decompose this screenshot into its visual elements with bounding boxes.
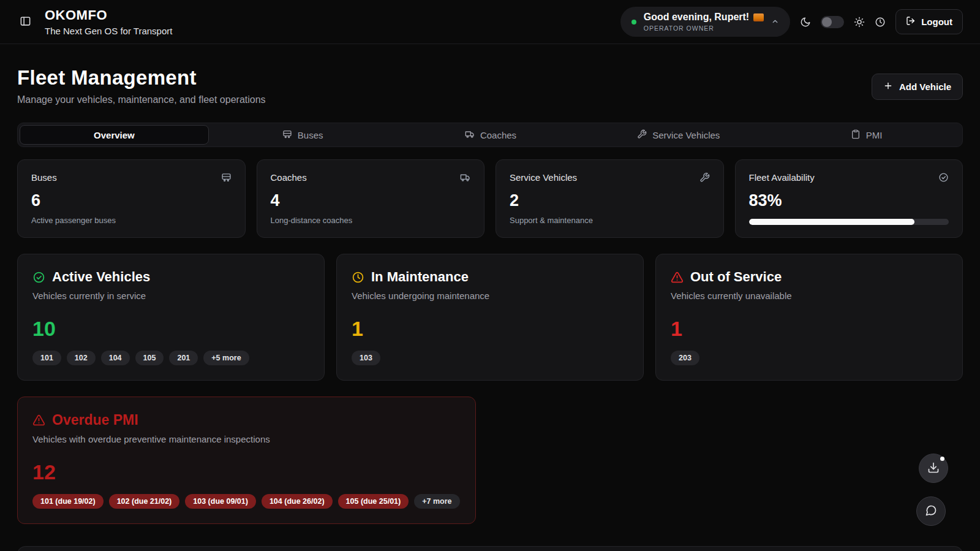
overdue-vehicle-chip[interactable]: 102 (due 21/02)	[109, 494, 180, 509]
vehicle-chip[interactable]: 201	[169, 351, 198, 365]
in-maintenance-card: In Maintenance Vehicles undergoing maint…	[336, 254, 644, 381]
vehicle-chip[interactable]: 103	[352, 351, 380, 365]
chat-fab-button[interactable]	[916, 496, 946, 526]
page-heading: Fleet Management Manage your vehicles, m…	[17, 66, 266, 105]
clock-icon[interactable]	[875, 17, 886, 28]
stat-card-caption: Long-distance coaches	[271, 216, 471, 225]
sidebar-toggle-button[interactable]	[17, 13, 34, 31]
logout-button[interactable]: Logout	[895, 9, 963, 34]
stat-card-title: Buses	[31, 172, 57, 183]
download-fab-button[interactable]	[919, 454, 948, 483]
tab-service-vehicles[interactable]: Service Vehicles	[584, 125, 772, 145]
alert-triangle-icon	[32, 414, 45, 427]
user-role-label: OPERATOR OWNER	[644, 25, 764, 32]
overdue-pmi-title: Overdue PMI	[52, 412, 138, 428]
overdue-vehicle-chip[interactable]: 105 (due 25/01)	[338, 494, 409, 509]
online-status-dot	[631, 20, 636, 25]
vehicle-chip[interactable]: 105	[135, 351, 164, 365]
page-subtitle: Manage your vehicles, maintenance, and f…	[17, 94, 266, 105]
wrench-icon	[699, 172, 710, 183]
greeting-text: Good evening, Rupert!	[644, 12, 749, 23]
coach-icon	[465, 129, 475, 141]
availability-progress-track	[749, 219, 949, 225]
next-section-peek	[17, 546, 963, 551]
vehicle-chip[interactable]: 102	[67, 351, 96, 365]
notification-dot	[940, 457, 944, 461]
add-vehicle-label: Add Vehicle	[899, 82, 951, 92]
greeting-flag-emoji	[753, 13, 764, 21]
vehicle-chip[interactable]: 203	[671, 351, 699, 365]
stat-card-value: 83%	[749, 191, 949, 210]
panel-left-icon	[20, 15, 31, 29]
brand-name: OKOMFO	[45, 7, 172, 23]
user-texts: Good evening, Rupert! OPERATOR OWNER	[644, 12, 764, 32]
stat-card-fleet-availability: Fleet Availability 83%	[735, 159, 963, 238]
overdue-vehicle-chip[interactable]: 101 (due 19/02)	[32, 494, 104, 509]
stat-card-value: 2	[510, 191, 710, 210]
stat-card-value: 6	[31, 191, 232, 210]
status-row: Active Vehicles Vehicles currently in se…	[17, 254, 963, 381]
moon-icon[interactable]	[800, 17, 811, 28]
logout-icon	[906, 16, 916, 28]
stat-card-coaches: Coaches 4 Long-distance coaches	[257, 159, 485, 238]
status-card-count: 1	[352, 317, 628, 341]
out-of-service-card: Out of Service Vehicles currently unavai…	[655, 254, 963, 381]
page-title: Fleet Management	[17, 66, 266, 89]
overdue-pmi-count: 12	[32, 460, 461, 484]
vehicle-chip[interactable]: 101	[32, 351, 61, 365]
overdue-pmi-card: Overdue PMI Vehicles with overdue preven…	[17, 397, 476, 524]
status-card-count: 1	[671, 317, 948, 341]
top-header: OKOMFO The Next Gen OS for Transport Goo…	[0, 0, 980, 44]
vehicle-chip[interactable]: 104	[101, 351, 130, 365]
status-card-title: In Maintenance	[371, 269, 469, 285]
add-vehicle-button[interactable]: Add Vehicle	[872, 74, 963, 100]
stat-card-service-vehicles: Service Vehicles 2 Support & maintenance	[496, 159, 724, 238]
brand-tagline: The Next Gen OS for Transport	[45, 26, 172, 36]
stat-card-buses: Buses 6 Active passenger buses	[17, 159, 246, 238]
tab-pmi[interactable]: PMI	[772, 125, 960, 145]
tab-bar: Overview Buses Coaches Service Vehicles …	[17, 123, 963, 147]
tab-buses[interactable]: Buses	[209, 125, 397, 145]
status-card-subtitle: Vehicles currently in service	[32, 291, 309, 301]
clock-icon	[352, 271, 364, 284]
tab-pmi-label: PMI	[866, 130, 883, 140]
clipboard-icon	[851, 129, 861, 141]
stat-card-caption: Active passenger buses	[31, 216, 232, 225]
stats-row: Buses 6 Active passenger buses Coaches 4…	[17, 159, 963, 238]
brand: OKOMFO The Next Gen OS for Transport	[45, 7, 172, 36]
tab-coaches[interactable]: Coaches	[397, 125, 585, 145]
stat-card-caption: Support & maintenance	[510, 216, 710, 225]
sun-icon[interactable]	[854, 17, 865, 28]
stat-card-title: Coaches	[271, 172, 307, 183]
chat-bubble-icon	[925, 504, 937, 519]
logout-label: Logout	[921, 17, 952, 27]
stat-card-title: Fleet Availability	[749, 172, 815, 183]
bus-icon	[282, 129, 292, 141]
stat-card-value: 4	[271, 191, 471, 210]
more-chip[interactable]: +5 more	[203, 351, 249, 365]
status-card-subtitle: Vehicles undergoing maintenance	[352, 291, 628, 301]
check-circle-icon	[32, 271, 45, 284]
tab-service-vehicles-label: Service Vehicles	[652, 130, 720, 140]
stat-card-title: Service Vehicles	[510, 172, 577, 183]
overdue-vehicle-chip[interactable]: 103 (due 09/01)	[185, 494, 256, 509]
status-card-count: 10	[32, 317, 309, 341]
status-card-title: Active Vehicles	[52, 269, 150, 285]
availability-progress-fill	[749, 219, 915, 225]
status-card-subtitle: Vehicles currently unavailable	[671, 291, 948, 301]
tab-buses-label: Buses	[298, 130, 323, 140]
theme-toggle[interactable]	[821, 16, 844, 28]
wrench-icon	[637, 129, 647, 141]
overdue-vehicle-chip[interactable]: 104 (due 26/02)	[262, 494, 333, 509]
tab-coaches-label: Coaches	[480, 130, 516, 140]
more-chip[interactable]: +7 more	[414, 494, 459, 509]
tab-overview-label: Overview	[94, 130, 135, 140]
main-content: Fleet Management Manage your vehicles, m…	[0, 66, 980, 551]
user-menu[interactable]: Good evening, Rupert! OPERATOR OWNER	[620, 7, 790, 37]
status-card-title: Out of Service	[690, 269, 782, 285]
coach-icon	[460, 172, 470, 183]
tab-overview[interactable]: Overview	[20, 125, 209, 145]
overdue-pmi-subtitle: Vehicles with overdue preventive mainten…	[32, 434, 461, 444]
active-vehicles-card: Active Vehicles Vehicles currently in se…	[17, 254, 325, 381]
chevron-up-icon	[771, 18, 779, 26]
